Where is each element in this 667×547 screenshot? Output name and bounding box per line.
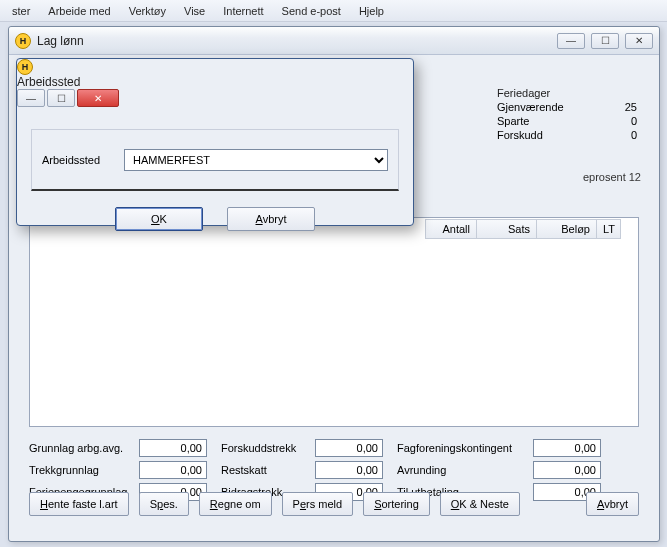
dialog-content: Arbeidssted HAMMERFEST OK Avbryt [17,107,413,239]
close-button[interactable]: ✕ [625,33,653,49]
menu-item[interactable]: Hjelp [351,3,392,19]
field-label: Forskuddstrekk [221,442,311,454]
column-header[interactable]: LT [597,219,621,239]
menu-item[interactable]: Vise [176,3,213,19]
grid-header: Antall Sats Beløp LT [425,219,639,239]
field-label: Fagforeningskontingent [397,442,529,454]
dialog-maximize-button[interactable]: ☐ [47,89,75,107]
hente-faste-button[interactable]: HHente faste l.artente faste l.art [29,492,129,516]
ok-button[interactable]: OK [115,207,203,231]
restskatt-input[interactable] [315,461,383,479]
app-icon: H [17,59,33,75]
arbeidssted-dialog: H Arbeidssted — ☐ ✕ Arbeidssted HAMMERFE… [16,58,414,226]
window-title: Lag lønn [37,34,551,48]
column-header[interactable]: Beløp [537,219,597,239]
column-header[interactable]: Antall [425,219,477,239]
field-label: Avrunding [397,464,529,476]
arbeidssted-select[interactable]: HAMMERFEST [124,149,388,171]
field-label: Restskatt [221,464,311,476]
dialog-titlebar[interactable]: H Arbeidssted — ☐ ✕ [17,59,413,107]
menu-item[interactable]: ster [4,3,38,19]
forskuddstrekk-input[interactable] [315,439,383,457]
dialog-minimize-button[interactable]: — [17,89,45,107]
summary-row: Grunnlag arbg.avg. Forskuddstrekk Fagfor… [29,437,639,459]
field-label: Grunnlag arbg.avg. [29,442,135,454]
feriedager-label: Gjenværende [497,101,564,113]
dialog-field-group: Arbeidssted HAMMERFEST [31,129,399,191]
ok-neste-button[interactable]: OK & Neste [440,492,520,516]
feriedager-row: Sparte 0 [497,115,637,127]
maximize-button[interactable]: ☐ [591,33,619,49]
menu-item[interactable]: Verktøy [121,3,174,19]
feriedager-label: Sparte [497,115,529,127]
fagforening-input[interactable] [533,439,601,457]
dialog-title: Arbeidssted [17,75,413,89]
app-icon: H [15,33,31,49]
data-grid[interactable] [29,217,639,427]
trekkgrunnlag-input[interactable] [139,461,207,479]
column-header[interactable]: Sats [477,219,537,239]
menu-item[interactable]: Send e-post [274,3,349,19]
field-label: Trekkgrunnlag [29,464,135,476]
avrunding-input[interactable] [533,461,601,479]
menu-item[interactable]: Arbeide med [40,3,118,19]
feriedager-header: Feriedager [497,87,637,99]
regne-om-button[interactable]: Regne om [199,492,272,516]
grunnlag-arbgavg-input[interactable] [139,439,207,457]
dialog-close-button[interactable]: ✕ [77,89,119,107]
menu-item[interactable]: Internett [215,3,271,19]
feriedager-value: 25 [625,101,637,113]
dialog-button-row: OK Avbryt [31,207,399,231]
action-button-row: HHente faste l.artente faste l.art Spes.… [29,489,639,519]
spes-button[interactable]: Spes. [139,492,189,516]
arbeidssted-label: Arbeidssted [42,154,116,166]
feriedager-value: 0 [631,115,637,127]
summary-row: Trekkgrunnlag Restskatt Avrunding [29,459,639,481]
avbryt-button[interactable]: Avbryt [586,492,639,516]
feriedager-row: Gjenværende 25 [497,101,637,113]
sortering-button[interactable]: Sortering [363,492,430,516]
main-menubar: ster Arbeide med Verktøy Vise Internett … [0,0,667,22]
cancel-button[interactable]: Avbryt [227,207,315,231]
main-titlebar[interactable]: H Lag lønn — ☐ ✕ [9,27,659,55]
feriedager-panel: Feriedager Gjenværende 25 Sparte 0 Forsk… [497,87,637,141]
pers-meld-button[interactable]: Pers meld [282,492,354,516]
minimize-button[interactable]: — [557,33,585,49]
feriedager-value: 0 [631,129,637,141]
feriedager-label: Forskudd [497,129,543,141]
feriedager-row: Forskudd 0 [497,129,637,141]
